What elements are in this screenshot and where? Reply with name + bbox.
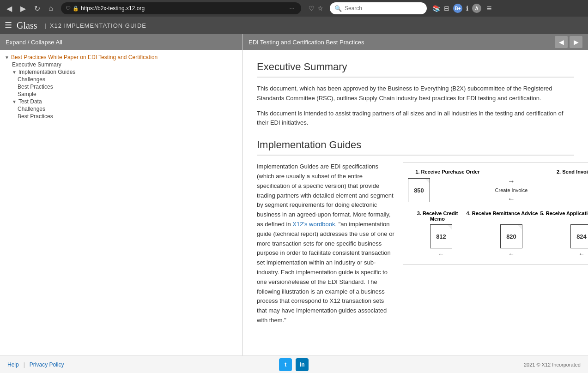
footer-copyright: 2021 © X12 Incorporated (524, 362, 581, 367)
footer-social: t in (279, 358, 309, 371)
arrow-right-top: → (508, 177, 515, 186)
arrow-812: ← (438, 250, 444, 258)
doc-824: 824 (570, 224, 588, 248)
arrow-820: ← (508, 250, 515, 258)
search-bar[interactable]: 🔍 (330, 2, 427, 14)
create-invoice-label: Create Invoice (495, 187, 528, 193)
reader-view-icon[interactable]: ⊟ (444, 5, 449, 12)
doc-820: 820 (500, 224, 522, 248)
tree-label-exec-summary: Executive Summary (12, 61, 61, 68)
arrow-824: ← (578, 250, 585, 258)
address-bar[interactable]: 🛡 🔒 https://b2x-testing.x12.org ··· (61, 2, 301, 14)
address-text: https://b2x-testing.x12.org (81, 5, 287, 12)
app-menu-button[interactable]: ☰ (5, 20, 12, 30)
address-prefix: https://b2x-testing. (81, 5, 126, 12)
impl-diagram-col: 1. Receive Purchase Order 2. Send Invoic… (403, 162, 588, 331)
sidebar-toolbar: Expand / Collapse All (0, 34, 242, 50)
exec-summary-title: Executive Summary (257, 61, 574, 78)
tree-label-test-best-practices: Best Practices (18, 113, 53, 120)
doc-850-container: 850 (408, 178, 430, 202)
tree-item-impl-sample[interactable]: Sample (18, 90, 238, 98)
content-toolbar: EDI Testing and Certification Best Pract… (243, 34, 588, 50)
browser-menu-icon[interactable]: ≡ (487, 4, 492, 13)
tree-item-test-best-practices[interactable]: Best Practices (18, 113, 238, 120)
create-invoice-flow: → Create Invoice ← (436, 177, 587, 203)
tree-item-exec-summary[interactable]: Executive Summary (12, 61, 238, 68)
tree-toggle-test-data[interactable]: ▼ (12, 99, 17, 104)
exec-summary-section: Executive Summary This document, which h… (257, 61, 574, 128)
exec-summary-p2: This document is intended to assist trad… (257, 109, 574, 128)
library-icon[interactable]: 📚 (432, 5, 440, 12)
content-next-button[interactable]: ▶ (570, 36, 582, 48)
app-title: X12 IMPLEMENTATION GUIDE (50, 22, 146, 29)
lock-icon: 🔒 (73, 6, 79, 12)
twitter-icon[interactable]: t (279, 358, 292, 371)
diagram-step3-label: 3. Receive Credit Memo (410, 211, 465, 222)
address-options-button[interactable]: ··· (289, 5, 295, 12)
impl-guides-paragraph: Implementation Guides are EDI specificat… (257, 162, 395, 325)
tree-toggle-impl-guides[interactable]: ▼ (12, 70, 17, 75)
tree-label-test-challenges: Challenges (18, 106, 45, 112)
impl-guides-link[interactable]: X12's wordbook (292, 221, 335, 228)
extension-b-icon[interactable]: B+ (453, 4, 462, 13)
reload-button[interactable]: ↻ (31, 3, 42, 14)
sidebar: Expand / Collapse All ▼ Best Practices W… (0, 34, 243, 355)
content-prev-button[interactable]: ◀ (555, 36, 568, 48)
edi-flow-diagram: 1. Receive Purchase Order 2. Send Invoic… (403, 162, 588, 265)
sidebar-tree: ▼ Best Practices White Paper on EDI Test… (0, 50, 242, 355)
search-input[interactable] (345, 5, 414, 12)
tree-label-test-data: Test Data (18, 98, 42, 105)
home-button[interactable]: ⌂ (45, 3, 56, 14)
tree-toggle-root[interactable]: ▼ (5, 55, 9, 60)
tree-item-root[interactable]: ▼ Best Practices White Paper on EDI Test… (5, 54, 238, 61)
arrow-left-top: ← (508, 195, 515, 203)
impl-guides-title: Implementation Guides (257, 139, 574, 156)
impl-guides-content-row: Implementation Guides are EDI specificat… (257, 162, 574, 331)
exec-summary-p1: This document, which has been approved b… (257, 84, 574, 103)
diagram-step2-label: 2. Send Invoice (538, 169, 588, 174)
impl-guides-text: Implementation Guides are EDI specificat… (257, 163, 394, 228)
profile-icon[interactable]: A (472, 4, 481, 13)
privacy-link[interactable]: Privacy Policy (30, 361, 64, 368)
forward-button[interactable]: ▶ (18, 3, 29, 14)
tree-item-impl-challenges[interactable]: Challenges (18, 76, 238, 83)
doc-820-container: 820 ← (500, 224, 522, 258)
browser-right-icons: ♡ ☆ (309, 5, 323, 12)
linkedin-icon[interactable]: in (296, 358, 309, 371)
impl-guides-section: Implementation Guides Implementation Gui… (257, 139, 574, 331)
address-domain: x12.org (126, 5, 145, 12)
tree-item-impl-guides[interactable]: ▼ Implementation Guides (12, 68, 238, 76)
browser-chrome: ◀ ▶ ↻ ⌂ 🛡 🔒 https://b2x-testing.x12.org … (0, 0, 588, 17)
impl-guides-text-col: Implementation Guides are EDI specificat… (257, 162, 395, 331)
diagram-step4-label: 4. Receive Remittance Advice (465, 211, 539, 222)
heart-icon[interactable]: ♡ (309, 5, 315, 12)
footer-left: Help | Privacy Policy (7, 361, 64, 368)
tree-label-impl-best-practices: Best Practices (18, 84, 53, 90)
content-body: Executive Summary This document, which h… (243, 50, 588, 355)
content-toolbar-label: EDI Testing and Certification Best Pract… (249, 39, 364, 46)
tree-item-test-data[interactable]: ▼ Test Data (12, 98, 238, 105)
impl-guides-text2: , "an implementation guide (technical re… (257, 221, 394, 324)
diagram-step5-label: 5. Receive Application Advice (539, 211, 588, 222)
doc-850: 850 (408, 178, 430, 202)
expand-collapse-label[interactable]: Expand / Collapse All (6, 39, 62, 46)
search-icon: 🔍 (334, 5, 342, 12)
tree-label-impl-sample: Sample (18, 91, 36, 97)
tree-label-impl-guides: Implementation Guides (18, 69, 75, 75)
tree-link-root[interactable]: Best Practices White Paper on EDI Testin… (11, 54, 158, 60)
content-panel: EDI Testing and Certification Best Pract… (243, 34, 588, 355)
tree-label-impl-challenges: Challenges (18, 76, 45, 83)
tree-item-impl-best-practices[interactable]: Best Practices (18, 83, 238, 90)
tree-item-test-challenges[interactable]: Challenges (18, 105, 238, 113)
back-button[interactable]: ◀ (4, 3, 15, 14)
bookmark-icon[interactable]: ☆ (317, 5, 323, 12)
app-header: ☰ Glass | X12 IMPLEMENTATION GUIDE (0, 17, 588, 34)
browser-extra-icons: 📚 ⊟ B+ ℹ A ≡ (432, 4, 492, 13)
browser-info-icon[interactable]: ℹ (466, 5, 468, 12)
diagram-step1-label: 1. Receive Purchase Order (411, 169, 485, 174)
main-area: Expand / Collapse All ▼ Best Practices W… (0, 34, 588, 355)
help-link[interactable]: Help (7, 361, 19, 368)
footer-divider: | (24, 361, 25, 368)
doc-824-container: 824 ← (570, 224, 588, 258)
content-nav-buttons: ◀ ▶ (555, 36, 582, 48)
